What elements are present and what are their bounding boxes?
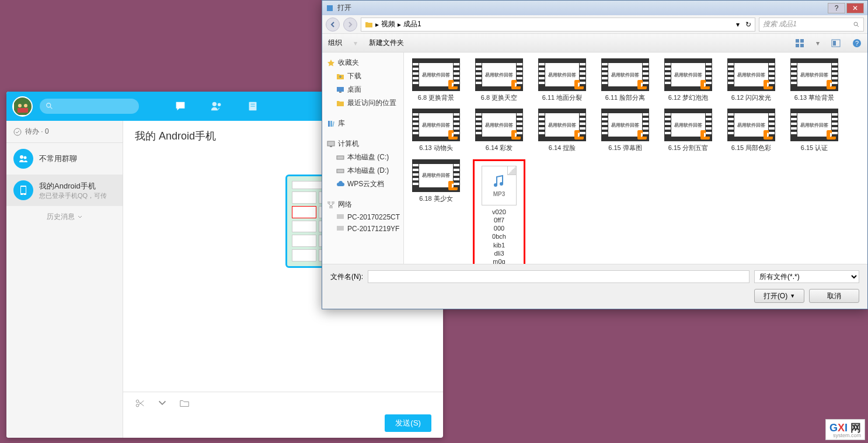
contacts-tab-icon[interactable] bbox=[210, 100, 223, 113]
checkmark-icon bbox=[13, 128, 22, 136]
tree-drive-c[interactable]: 本地磁盘 (C:) bbox=[322, 151, 403, 164]
avatar[interactable] bbox=[12, 96, 33, 117]
close-button[interactable]: ✕ bbox=[846, 3, 864, 13]
tree-computer[interactable]: 计算机 bbox=[322, 137, 403, 151]
svg-line-19 bbox=[138, 402, 144, 406]
back-button[interactable] bbox=[326, 18, 340, 32]
breadcrumb-item[interactable]: 视频 bbox=[381, 19, 395, 29]
svg-rect-21 bbox=[327, 5, 333, 11]
file-item[interactable]: 易用软件回答6.14 捏脸 bbox=[536, 109, 588, 152]
file-item[interactable]: 易用软件回答6.18 美少女 bbox=[410, 159, 462, 264]
scissors-icon[interactable] bbox=[135, 398, 145, 409]
svg-rect-32 bbox=[337, 87, 344, 92]
help-button[interactable]: ? bbox=[828, 3, 845, 13]
tree-favorites[interactable]: 收藏夹 bbox=[322, 56, 403, 69]
svg-rect-1 bbox=[18, 108, 28, 113]
file-item[interactable]: 易用软件回答6.12 闪闪发光 bbox=[725, 58, 778, 102]
svg-point-13 bbox=[24, 156, 27, 159]
app-icon bbox=[326, 4, 334, 12]
send-button[interactable]: 发送(S) bbox=[385, 414, 431, 432]
apps-tab-icon[interactable] bbox=[246, 100, 259, 113]
tree-recent[interactable]: 最近访问的位置 bbox=[322, 96, 403, 110]
svg-rect-41 bbox=[327, 201, 330, 204]
tree-libraries[interactable]: 库 bbox=[322, 117, 403, 130]
tree-downloads[interactable]: 下载 bbox=[322, 69, 403, 83]
svg-rect-24 bbox=[796, 39, 799, 43]
chat-tab-icon[interactable] bbox=[174, 100, 187, 113]
file-item[interactable]: 易用软件回答6.8 更换天空 bbox=[473, 58, 525, 102]
file-item[interactable]: 易用软件回答6.13 动物头 bbox=[410, 109, 462, 152]
contact-subtitle: 您已登录手机QQ，可传 bbox=[39, 191, 107, 200]
forward-button[interactable] bbox=[343, 18, 357, 32]
file-item-mp3-highlighted[interactable]: MP3v0200ff70000bchkib1dli3m0gujp8ug bbox=[473, 159, 525, 264]
folder-icon bbox=[365, 20, 373, 29]
tree-wps[interactable]: WPS云文档 bbox=[322, 177, 403, 191]
file-item[interactable]: 易用软件回答6.15 认证 bbox=[788, 109, 841, 152]
svg-text:?: ? bbox=[855, 40, 859, 47]
file-item[interactable]: 易用软件回答6.15 弹幕图 bbox=[599, 109, 651, 152]
svg-rect-33 bbox=[339, 92, 341, 93]
svg-rect-36 bbox=[332, 121, 334, 126]
svg-point-16 bbox=[23, 194, 24, 195]
history-messages[interactable]: 历史消息 bbox=[6, 206, 123, 228]
todo-bar[interactable]: 待办 · 0 bbox=[6, 121, 123, 143]
svg-line-5 bbox=[50, 107, 53, 109]
dropdown-icon[interactable]: ▾ bbox=[736, 20, 740, 29]
breadcrumb-item[interactable]: 成品1 bbox=[403, 19, 421, 29]
dialog-titlebar: 打开 ? ✕ bbox=[322, 1, 867, 15]
file-open-dialog: 打开 ? ✕ ▸ 视频 ▸ 成品1 ▾ ↻ 搜索 成品1 组织 bbox=[322, 0, 868, 309]
svg-point-11 bbox=[14, 128, 21, 135]
open-button[interactable]: 打开(O) ▼ bbox=[754, 289, 804, 303]
svg-rect-15 bbox=[21, 187, 26, 193]
svg-point-12 bbox=[20, 155, 23, 159]
file-item[interactable]: 易用软件回答6.15 局部色彩 bbox=[725, 109, 778, 152]
file-item[interactable]: 易用软件回答6.13 草绘背景 bbox=[788, 58, 841, 102]
svg-rect-40 bbox=[337, 169, 344, 173]
file-item[interactable]: 易用软件回答6.12 梦幻泡泡 bbox=[662, 58, 714, 102]
search-input[interactable] bbox=[40, 99, 139, 114]
file-item[interactable]: 易用软件回答6.11 脸部分离 bbox=[599, 58, 651, 102]
tree-pc1[interactable]: PC-20170225CT bbox=[322, 211, 403, 223]
chevron-down-icon[interactable] bbox=[157, 398, 168, 409]
search-box[interactable]: 搜索 成品1 bbox=[759, 18, 864, 32]
organize-button[interactable]: 组织 bbox=[328, 38, 342, 48]
svg-rect-37 bbox=[327, 141, 334, 146]
file-grid: 易用软件回答6.8 更换背景易用软件回答6.8 更换天空易用软件回答6.11 地… bbox=[404, 53, 867, 264]
file-item[interactable]: 易用软件回答6.15 分割五官 bbox=[662, 109, 714, 152]
svg-rect-39 bbox=[337, 156, 344, 159]
filename-input[interactable] bbox=[368, 270, 750, 283]
tree-pc2[interactable]: PC-20171219YF bbox=[322, 223, 403, 235]
contact-android-phone[interactable]: 我的Android手机 您已登录手机QQ，可传 bbox=[6, 175, 123, 206]
todo-label: 待办 · 0 bbox=[25, 127, 49, 137]
watermark: GXI 网 system.com bbox=[825, 419, 865, 440]
cancel-button[interactable]: 取消 bbox=[809, 289, 859, 303]
contact-name: 我的Android手机 bbox=[39, 181, 107, 191]
file-item[interactable]: 易用软件回答6.11 地面分裂 bbox=[536, 58, 588, 102]
svg-rect-27 bbox=[800, 44, 804, 47]
svg-point-48 bbox=[494, 183, 497, 187]
contact-name: 不常用群聊 bbox=[39, 154, 77, 164]
dialog-title: 打开 bbox=[337, 3, 351, 13]
header-tabs bbox=[174, 100, 259, 113]
search-icon bbox=[46, 102, 54, 110]
help-icon[interactable]: ? bbox=[852, 39, 862, 48]
view-icon[interactable] bbox=[795, 39, 804, 48]
tree-drive-d[interactable]: 本地磁盘 (D:) bbox=[322, 164, 403, 177]
svg-rect-47 bbox=[337, 226, 344, 231]
svg-point-3 bbox=[24, 104, 27, 107]
dialog-bottom: 文件名(N): 所有文件(*.*) 打开(O) ▼ 取消 bbox=[322, 264, 867, 309]
tree-desktop[interactable]: 桌面 bbox=[322, 83, 403, 96]
svg-rect-25 bbox=[800, 39, 804, 43]
tree-network[interactable]: 网络 bbox=[322, 198, 403, 211]
svg-point-18 bbox=[136, 400, 139, 403]
refresh-icon[interactable]: ↻ bbox=[745, 20, 751, 29]
new-folder-button[interactable]: 新建文件夹 bbox=[369, 38, 404, 48]
filetype-select[interactable]: 所有文件(*.*) bbox=[754, 270, 859, 283]
file-item[interactable]: 易用软件回答6.8 更换背景 bbox=[410, 58, 462, 102]
preview-icon[interactable] bbox=[831, 39, 841, 48]
contact-group-chat[interactable]: 不常用群聊 bbox=[6, 143, 123, 175]
file-item[interactable]: 易用软件回答6.14 彩发 bbox=[473, 109, 525, 152]
address-bar: ▸ 视频 ▸ 成品1 ▾ ↻ 搜索 成品1 bbox=[322, 15, 867, 34]
breadcrumb[interactable]: ▸ 视频 ▸ 成品1 ▾ ↻ bbox=[361, 18, 755, 32]
folder-icon[interactable] bbox=[179, 398, 190, 409]
